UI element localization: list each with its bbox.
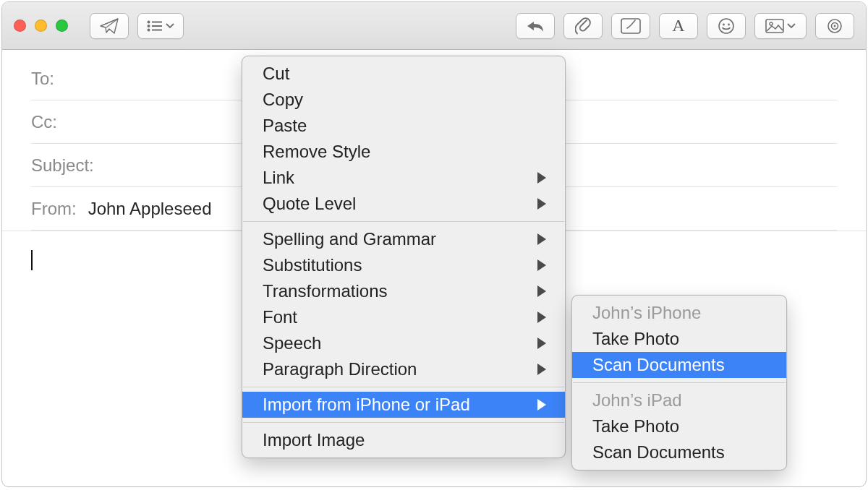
submenu-arrow-icon: [537, 338, 546, 349]
menu-font[interactable]: Font: [242, 304, 565, 330]
svg-point-12: [770, 22, 773, 25]
menu-cut[interactable]: Cut: [242, 61, 565, 87]
markup-icon: [621, 18, 641, 34]
text-cursor: [31, 250, 33, 270]
submenu-ipad-scan-documents[interactable]: Scan Documents: [572, 439, 786, 465]
svg-rect-11: [766, 20, 783, 33]
list-icon: [147, 20, 163, 32]
submenu-arrow-icon: [537, 172, 546, 184]
menu-import-image[interactable]: Import Image: [242, 427, 565, 453]
text-format-icon: A: [672, 16, 684, 35]
chevron-down-icon: [166, 23, 174, 29]
paperplane-icon: [100, 18, 119, 34]
photo-browser-button[interactable]: [754, 13, 807, 39]
svg-rect-6: [152, 29, 162, 30]
minimize-window-button[interactable]: [35, 20, 47, 32]
submenu-iphone-scan-documents[interactable]: Scan Documents: [572, 352, 786, 378]
submenu-ipad-header: John’s iPad: [572, 387, 786, 413]
submenu-arrow-icon: [537, 259, 546, 271]
attach-button[interactable]: [563, 13, 603, 39]
annotate-button[interactable]: [815, 13, 854, 39]
from-value: John Appleseed: [88, 199, 212, 219]
paperclip-icon: [575, 17, 591, 35]
smiley-icon: [718, 17, 735, 35]
submenu-arrow-icon: [537, 364, 546, 375]
menu-paste[interactable]: Paste: [242, 113, 565, 139]
emoji-button[interactable]: [707, 13, 746, 39]
cc-label: Cc:: [31, 112, 103, 132]
from-label: From:: [31, 199, 77, 219]
menu-speech[interactable]: Speech: [242, 330, 565, 356]
menu-copy[interactable]: Copy: [242, 87, 565, 113]
menu-import-from-device[interactable]: Import from iPhone or iPad: [242, 392, 565, 418]
close-window-button[interactable]: [14, 20, 26, 32]
reply-icon: [526, 20, 545, 33]
submenu-iphone-take-photo[interactable]: Take Photo: [572, 326, 786, 352]
reply-button[interactable]: [516, 13, 555, 39]
menu-link[interactable]: Link: [242, 165, 565, 191]
window-controls: [14, 20, 68, 32]
menu-paragraph-direction[interactable]: Paragraph Direction: [242, 356, 565, 382]
to-label: To:: [31, 69, 103, 89]
import-device-submenu: John’s iPhone Take Photo Scan Documents …: [571, 295, 787, 470]
svg-point-8: [719, 19, 733, 33]
submenu-arrow-icon: [537, 285, 546, 297]
submenu-iphone-header: John’s iPhone: [572, 300, 786, 326]
submenu-arrow-icon: [537, 198, 546, 210]
svg-rect-2: [152, 21, 162, 22]
header-fields-button[interactable]: [137, 13, 184, 39]
subject-label: Subject:: [31, 155, 103, 176]
fullscreen-window-button[interactable]: [56, 20, 68, 32]
menu-separator: [243, 387, 564, 387]
context-menu: Cut Copy Paste Remove Style Link Quote L…: [242, 56, 566, 458]
compose-window: A: [1, 1, 867, 487]
menu-separator: [243, 221, 564, 222]
svg-point-1: [148, 20, 150, 23]
svg-rect-4: [152, 25, 162, 27]
photo-icon: [765, 19, 784, 33]
menu-separator: [243, 422, 564, 423]
menu-separator: [573, 382, 786, 383]
target-icon: [826, 17, 843, 35]
svg-point-5: [148, 28, 150, 31]
svg-point-9: [723, 23, 725, 25]
submenu-arrow-icon: [537, 311, 546, 323]
markup-attach-button[interactable]: [611, 13, 650, 39]
menu-spelling-grammar[interactable]: Spelling and Grammar: [242, 226, 565, 252]
toolbar: A: [2, 2, 866, 50]
submenu-arrow-icon: [537, 233, 546, 245]
submenu-arrow-icon: [537, 399, 546, 411]
svg-point-15: [834, 25, 836, 27]
format-button[interactable]: A: [659, 13, 698, 39]
menu-remove-style[interactable]: Remove Style: [242, 139, 565, 165]
svg-point-3: [148, 25, 150, 27]
chevron-down-icon: [787, 23, 796, 29]
svg-point-10: [728, 23, 730, 25]
send-button[interactable]: [90, 13, 129, 39]
menu-transformations[interactable]: Transformations: [242, 278, 565, 304]
menu-substitutions[interactable]: Substitutions: [242, 252, 565, 278]
menu-quote-level[interactable]: Quote Level: [242, 191, 565, 217]
submenu-ipad-take-photo[interactable]: Take Photo: [572, 413, 786, 439]
